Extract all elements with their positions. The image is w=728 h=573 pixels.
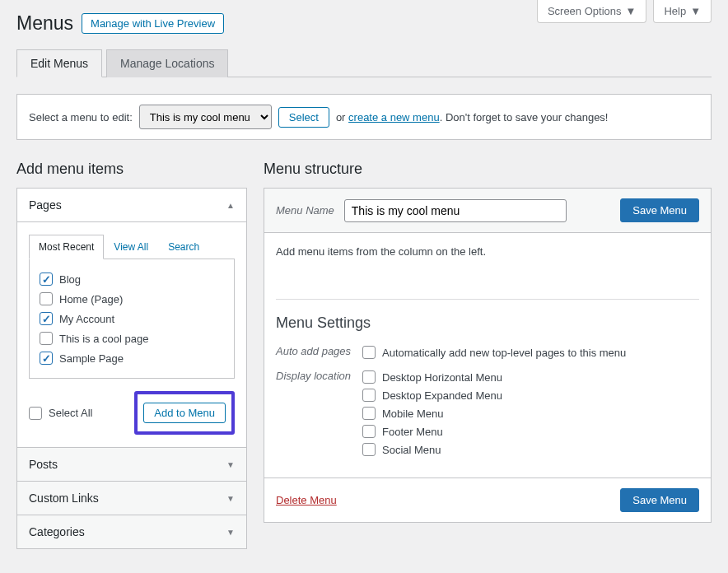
checkbox[interactable] bbox=[40, 273, 53, 286]
page-item[interactable]: Home (Page) bbox=[40, 289, 224, 309]
screen-options-label: Screen Options bbox=[548, 5, 622, 17]
page-item[interactable]: Blog bbox=[40, 269, 224, 289]
chevron-down-icon: ▼ bbox=[690, 5, 701, 17]
help-label: Help bbox=[664, 5, 686, 17]
page-item[interactable]: This is a cool page bbox=[40, 328, 224, 348]
location-label: Desktop Horizontal Menu bbox=[382, 371, 502, 384]
checkbox[interactable] bbox=[40, 352, 53, 365]
chevron-down-icon: ▼ bbox=[226, 494, 235, 503]
empty-message: Add menu items from the column on the le… bbox=[276, 245, 699, 258]
divider bbox=[276, 299, 699, 300]
delete-menu-link[interactable]: Delete Menu bbox=[276, 494, 337, 506]
location-option[interactable]: Desktop Horizontal Menu bbox=[362, 368, 699, 386]
chevron-up-icon: ▲ bbox=[226, 201, 235, 210]
screen-options-button[interactable]: Screen Options ▼ bbox=[537, 0, 646, 23]
tab-most-recent[interactable]: Most Recent bbox=[29, 235, 104, 259]
accordion-custom-links-header[interactable]: Custom Links ▼ bbox=[17, 481, 246, 515]
add-to-menu-button[interactable]: Add to Menu bbox=[143, 403, 226, 423]
tab-manage-locations[interactable]: Manage Locations bbox=[106, 49, 228, 77]
accordion-categories-label: Categories bbox=[29, 525, 85, 538]
menu-name-label: Menu Name bbox=[276, 204, 334, 217]
save-menu-button-top[interactable]: Save Menu bbox=[620, 198, 699, 222]
checkbox[interactable] bbox=[40, 332, 53, 345]
checkbox[interactable] bbox=[40, 312, 53, 325]
menu-name-input[interactable] bbox=[344, 199, 567, 222]
checkbox[interactable] bbox=[40, 292, 53, 305]
help-button[interactable]: Help ▼ bbox=[653, 0, 712, 23]
location-option[interactable]: Desktop Expanded Menu bbox=[362, 386, 699, 404]
create-new-menu-link[interactable]: create a new menu bbox=[348, 111, 440, 123]
menu-settings-heading: Menu Settings bbox=[276, 314, 699, 332]
highlight-add-to-menu: Add to Menu bbox=[134, 391, 235, 435]
page-item-label: This is a cool page bbox=[59, 333, 148, 345]
page-item[interactable]: My Account bbox=[40, 309, 224, 328]
page-item[interactable]: Sample Page bbox=[40, 348, 224, 368]
tab-edit-menus[interactable]: Edit Menus bbox=[16, 49, 102, 77]
accordion-posts-header[interactable]: Posts ▼ bbox=[17, 447, 246, 481]
checkbox[interactable] bbox=[362, 389, 376, 402]
page-item-label: Home (Page) bbox=[59, 293, 123, 305]
chevron-down-icon: ▼ bbox=[226, 528, 235, 537]
or-text: or bbox=[336, 111, 346, 123]
location-option[interactable]: Footer Menu bbox=[362, 422, 699, 440]
accordion-custom-links-label: Custom Links bbox=[29, 491, 99, 505]
auto-add-label: Auto add pages bbox=[276, 343, 362, 357]
accordion-posts-label: Posts bbox=[29, 458, 58, 471]
live-preview-button[interactable]: Manage with Live Preview bbox=[82, 13, 224, 34]
reminder-text: . Don't forget to save your changes! bbox=[440, 111, 609, 123]
auto-add-option-label: Automatically add new top-level pages to… bbox=[382, 347, 626, 359]
checkbox[interactable] bbox=[362, 425, 376, 438]
accordion-categories-header[interactable]: Categories ▼ bbox=[17, 515, 246, 548]
select-all[interactable]: Select All bbox=[29, 407, 92, 420]
location-option[interactable]: Mobile Menu bbox=[362, 404, 699, 422]
checkbox[interactable] bbox=[29, 407, 42, 420]
select-all-label: Select All bbox=[49, 407, 92, 419]
accordion-pages-label: Pages bbox=[29, 198, 62, 212]
location-label: Social Menu bbox=[382, 444, 441, 456]
checkbox[interactable] bbox=[362, 370, 376, 384]
menu-select-dropdown[interactable]: This is my cool menu bbox=[139, 105, 272, 129]
checkbox[interactable] bbox=[362, 346, 376, 359]
auto-add-option[interactable]: Automatically add new top-level pages to… bbox=[362, 343, 699, 361]
select-menu-button[interactable]: Select bbox=[278, 107, 329, 128]
accordion-pages-header[interactable]: Pages ▲ bbox=[17, 189, 246, 221]
checkbox[interactable] bbox=[362, 443, 376, 456]
location-label: Footer Menu bbox=[382, 426, 443, 438]
page-item-label: My Account bbox=[59, 313, 114, 325]
location-label: Mobile Menu bbox=[382, 408, 443, 420]
chevron-down-icon: ▼ bbox=[226, 460, 235, 469]
location-option[interactable]: Social Menu bbox=[362, 440, 699, 459]
tab-view-all[interactable]: View All bbox=[104, 235, 158, 259]
chevron-down-icon: ▼ bbox=[626, 5, 637, 17]
save-menu-button-bottom[interactable]: Save Menu bbox=[620, 488, 699, 512]
display-location-label: Display location bbox=[276, 368, 362, 382]
page-item-label: Blog bbox=[59, 273, 81, 286]
page-title: Menus bbox=[16, 12, 73, 35]
checkbox[interactable] bbox=[362, 407, 376, 420]
tab-search[interactable]: Search bbox=[158, 235, 209, 259]
select-menu-label: Select a menu to edit: bbox=[29, 111, 133, 123]
add-items-heading: Add menu items bbox=[16, 161, 247, 178]
location-label: Desktop Expanded Menu bbox=[382, 389, 502, 402]
page-item-label: Sample Page bbox=[59, 352, 124, 365]
menu-structure-heading: Menu structure bbox=[264, 161, 712, 178]
